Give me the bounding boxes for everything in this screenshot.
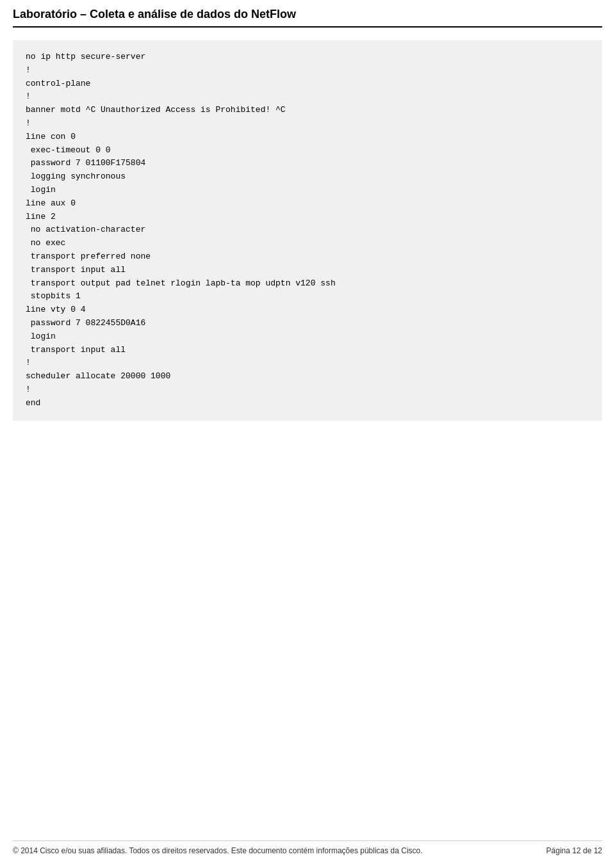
page-title: Laboratório – Coleta e análise de dados …: [13, 8, 602, 21]
footer-page-info: Página 12 de 12: [546, 846, 602, 855]
page-container: Laboratório – Coleta e análise de dados …: [0, 0, 615, 868]
page-footer: © 2014 Cisco e/ou suas afiliadas. Todos …: [13, 840, 602, 855]
footer-copyright: © 2014 Cisco e/ou suas afiliadas. Todos …: [13, 846, 546, 855]
page-header: Laboratório – Coleta e análise de dados …: [13, 0, 602, 28]
code-block: no ip http secure-server ! control-plane…: [13, 40, 602, 421]
